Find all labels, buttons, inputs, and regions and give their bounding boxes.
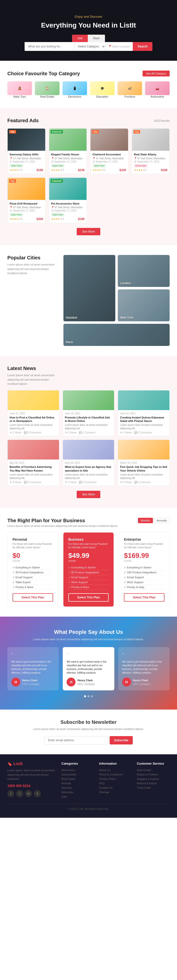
toggle-monthly[interactable]: Monthly	[138, 518, 153, 523]
footer-link[interactable]: About Us	[99, 768, 132, 772]
news-title: What to Expect from an Agency that speci…	[65, 465, 112, 472]
footer-link[interactable]: Animals	[61, 781, 94, 786]
social-facebook[interactable]: f	[7, 790, 14, 797]
tab-rent[interactable]: Rent	[88, 35, 105, 42]
ad-title: Elegant Family House	[51, 153, 85, 156]
category-select[interactable]: Select Category	[74, 42, 105, 51]
footer-link[interactable]: FAQ	[99, 781, 132, 786]
pricing-subtitle: Lorem ipsum dolor sit amet consectetur a…	[7, 524, 118, 527]
news-comments: 💬 0 Comments	[24, 481, 41, 484]
city-paris[interactable]: Paris	[64, 324, 170, 346]
see-more-news-button[interactable]: See More	[77, 491, 100, 498]
footer-phone[interactable]: 1800 000 5234	[7, 784, 57, 788]
city-newyork[interactable]: New York	[118, 290, 170, 321]
news-card-1[interactable]: April 18, 2021 What to Expect from an Ag…	[63, 440, 115, 486]
footer-link[interactable]: Real Estate	[61, 777, 94, 781]
news-title: Creating Instant Quinoa Edamame Salad wi…	[120, 416, 167, 423]
author-role: CEO, Company	[22, 682, 39, 686]
footer-link[interactable]: Terms & Conditions	[99, 772, 132, 777]
ad-card-2[interactable]: Top Chartered Accountant 📍 67 Hall Stree…	[90, 128, 128, 174]
location-input[interactable]: 📍 Select Location	[105, 42, 133, 51]
ad-price: $230	[78, 169, 85, 172]
ad-image: Featured	[49, 178, 87, 200]
plan-feature: ✓ Work Support	[124, 580, 164, 585]
footer-link[interactable]: Report a Problem	[137, 772, 170, 777]
ad-title: Real State Allamy	[134, 153, 167, 156]
hero-search-bar: Select Category 📍 Select Location Search	[25, 42, 152, 51]
toggle-annually[interactable]: Annually	[154, 518, 170, 523]
footer-link[interactable]: Automobiles	[61, 772, 94, 777]
news-card-1[interactable]: June 18, 2021 Promote Lifestyle in Class…	[63, 390, 115, 436]
pricing-section: The Right Plan for Your Business Lorem i…	[0, 508, 177, 617]
footer-link[interactable]: Track Order	[137, 786, 170, 790]
social-instagram[interactable]: in	[25, 790, 32, 797]
ad-card-4[interactable]: Top Pizza Grill Restaurant 📍 67 Hall Str…	[7, 178, 45, 223]
latest-news-section: Latest News Lorem ipsum dolor sit amet c…	[0, 356, 177, 508]
category-real-estate[interactable]: 🏠 Real Estate	[35, 81, 59, 98]
dot-1[interactable]	[84, 695, 86, 697]
newsletter-subscribe-button[interactable]: Subscribe	[110, 736, 133, 745]
see-more-ads-button[interactable]: See More	[77, 228, 100, 235]
footer-link[interactable]: Suggest a Feature	[137, 777, 170, 781]
footer-link[interactable]: Jobs	[61, 794, 94, 799]
footer-link[interactable]: Services	[61, 786, 94, 790]
news-card-2[interactable]: March 20, 2021 Five Quick Job Dropping T…	[118, 440, 170, 486]
footer-information-col: Information About UsTerms & ConditionsPr…	[99, 762, 132, 799]
footer-link[interactable]: Electronics	[61, 768, 94, 772]
ad-card-0[interactable]: Top Samsung Galaxy A04s 📍 67 Hall Street…	[7, 128, 45, 174]
news-stats: 👁 6 Views 💬 1 Comment	[120, 481, 167, 484]
select-plan-button[interactable]: Select This Plan	[69, 593, 109, 601]
social-linkedin[interactable]: li	[34, 790, 41, 797]
plan-feature: ✓ Priority & Help	[124, 585, 164, 590]
footer-link[interactable]: Refund & Return	[137, 781, 170, 786]
city-london[interactable]: London	[118, 255, 170, 287]
footer-link[interactable]: Privacy Policy	[99, 777, 132, 781]
news-views: 👁 3 Views	[120, 431, 132, 434]
testimonials-title: What People Say About Us	[7, 629, 170, 635]
featured-ads-title: Featured Ads	[7, 118, 38, 123]
author-role: CEO, Company	[77, 682, 95, 686]
news-meta: April 18, 2021	[65, 461, 112, 464]
plan-features: ✓ Everything in Starter✓ 100 Product Int…	[124, 565, 164, 590]
category-automotive[interactable]: 🚗 Automotive	[145, 81, 170, 98]
ad-stars: ★★★★ 4.5	[51, 218, 64, 220]
ad-location: 📍 67 Hall Street, Manhattan	[134, 157, 167, 160]
tab-sell[interactable]: Sell	[72, 35, 88, 42]
news-title: Five Quick Job Dropping Tips to Sell You…	[120, 465, 167, 472]
news-grid-top: June 12, 2021 How to Post a Classified A…	[7, 390, 170, 436]
footer-link[interactable]: Contact Us	[99, 786, 132, 790]
dot-3[interactable]	[91, 695, 93, 697]
plan-feature: ✓ Priority & More	[13, 585, 53, 590]
social-twitter[interactable]: t	[16, 790, 23, 797]
news-title: How to Post a Classified Ad Online or in…	[10, 416, 57, 423]
newsletter-email-input[interactable]	[44, 736, 108, 745]
dot-2[interactable]	[88, 695, 89, 697]
search-button[interactable]: Search	[133, 42, 152, 51]
ad-card-3[interactable]: Top Real State Allamy 📍 67 Hall Street, …	[132, 128, 170, 174]
category-electronics[interactable]: 📱 Electronics	[62, 81, 87, 98]
ad-date: 🗓 September 17, 2023	[10, 209, 43, 212]
see-all-category-button[interactable]: See All Category	[143, 70, 170, 76]
search-input[interactable]	[25, 42, 74, 51]
select-plan-button[interactable]: Select This Plan	[124, 593, 164, 601]
footer-categories-col: Categories ElectronicsAutomobilesReal Es…	[61, 762, 94, 799]
footer-link[interactable]: Sitemap	[99, 790, 132, 794]
news-card-0[interactable]: June 12, 2021 How to Post a Classified A…	[7, 390, 59, 436]
news-stats: 👁 4 Views 💬 0 Comments	[10, 481, 57, 484]
news-card-2[interactable]: June 18, 2021 Creating Instant Quinoa Ed…	[118, 390, 170, 436]
select-plan-button[interactable]: Select This Plan	[13, 593, 53, 601]
ad-card-5[interactable]: Featured Pet Accessories Store 📍 67 Hall…	[49, 178, 87, 223]
category-furniture[interactable]: 🛋 Furniture	[118, 81, 142, 98]
footer-link[interactable]: Education	[61, 790, 94, 794]
category-education[interactable]: 🎓 Education	[90, 81, 115, 98]
testimonial-author: H Henry Clark CEO, Company	[11, 678, 55, 686]
author-name: Henry Clark	[22, 678, 39, 682]
ad-card-1[interactable]: Featured Elegant Family House 📍 67 Hall …	[49, 128, 87, 174]
category-baby-toys[interactable]: 🧸 Baby Toys	[7, 81, 32, 98]
footer-link[interactable]: Help Center	[137, 768, 170, 772]
city-istanbul[interactable]: Istanbul	[64, 255, 115, 321]
news-views: 👁 6 Views	[120, 481, 132, 484]
cities-title: Popular Cities	[7, 255, 59, 261]
news-card-0[interactable]: May 30, 2021 Benefits of Furniture Adver…	[7, 440, 59, 486]
category-furniture-image: 🛋	[118, 81, 142, 95]
